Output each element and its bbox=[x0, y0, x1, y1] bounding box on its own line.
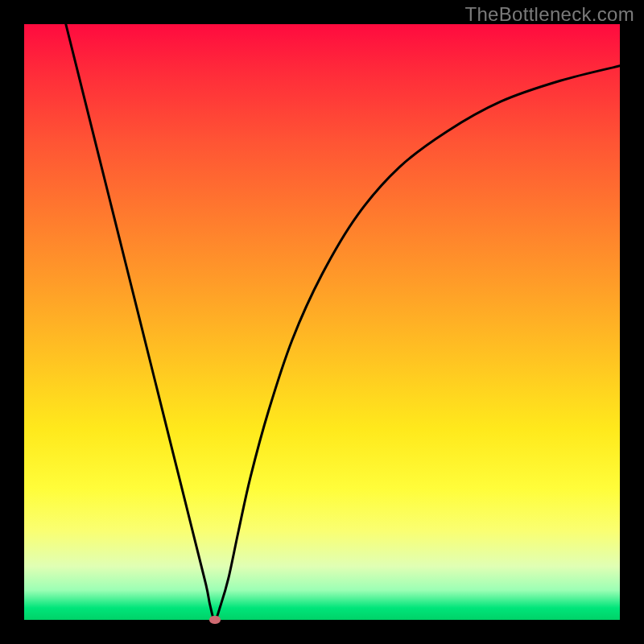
plot-area bbox=[24, 24, 620, 620]
bottleneck-curve bbox=[24, 24, 620, 620]
watermark-text: TheBottleneck.com bbox=[464, 3, 634, 26]
minimum-marker bbox=[209, 616, 221, 624]
curve-path bbox=[66, 24, 620, 620]
chart-frame: TheBottleneck.com bbox=[0, 0, 644, 644]
